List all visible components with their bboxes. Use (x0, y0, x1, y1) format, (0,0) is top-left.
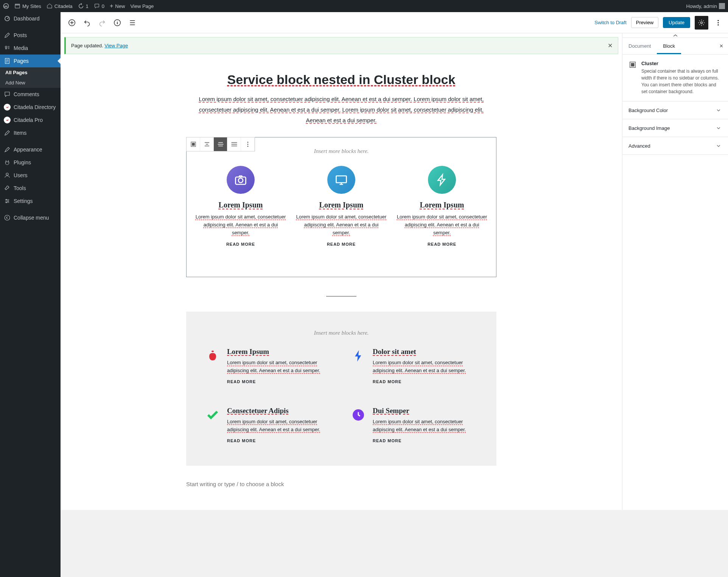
read-more-link[interactable]: READ MORE (194, 242, 287, 246)
read-more-link[interactable]: READ MORE (373, 379, 478, 384)
page-intro[interactable]: Lorem ipsum dolor sit amet, consectetuer… (194, 94, 489, 126)
tab-document[interactable]: Document (622, 38, 657, 54)
sidebar-item-media[interactable]: Media (0, 42, 61, 55)
howdy-user[interactable]: Howdy, admin (686, 3, 725, 9)
read-more-link[interactable]: READ MORE (373, 438, 478, 443)
editor-toolbar: Switch to Draft Preview Update (61, 12, 728, 33)
view-page-link[interactable]: View Page (130, 3, 154, 9)
settings-gear-button[interactable] (695, 16, 708, 30)
info-button[interactable] (110, 16, 124, 30)
page-title[interactable]: Service block nested in Cluster block (186, 72, 496, 87)
new-content[interactable]: +New (110, 3, 125, 9)
svg-point-7 (6, 202, 7, 203)
sidebar-item-items[interactable]: Items (0, 126, 61, 139)
block-info: Cluster Special container that is always… (622, 55, 728, 101)
sidebar-item-settings[interactable]: Settings (0, 195, 61, 207)
section-advanced[interactable]: Advanced (622, 137, 728, 155)
service-block[interactable]: Lorem Ipsum Lorem ipsum dolor sit amet, … (395, 166, 488, 246)
service-block[interactable]: Lorem Ipsum Lorem ipsum dolor sit amet, … (194, 166, 287, 246)
editor-canvas[interactable]: Page updated. View Page ✕ Service block … (61, 33, 622, 510)
svg-point-21 (238, 178, 243, 183)
svg-point-23 (212, 351, 214, 352)
service-block[interactable]: Lorem Ipsum Lorem ipsum dolor sit amet, … (295, 166, 388, 246)
svg-point-11 (701, 22, 703, 23)
service-block[interactable]: Consectetuer Adipis Lorem ipsum dolor si… (205, 407, 332, 443)
sidebar-item-comments[interactable]: Comments (0, 88, 61, 101)
update-button[interactable]: Update (663, 17, 690, 28)
service-block[interactable]: Dui Semper Lorem ipsum dolor sit amet, c… (351, 407, 478, 443)
svg-rect-22 (336, 176, 347, 183)
svg-point-2 (5, 46, 7, 48)
default-block-appender[interactable]: Start writing or type / to choose a bloc… (186, 481, 496, 487)
updates[interactable]: 1 (78, 3, 89, 9)
align-none-button[interactable] (200, 137, 214, 151)
block-type-button[interactable] (187, 137, 200, 151)
panel-collapse[interactable] (622, 33, 728, 38)
apple-icon (205, 348, 220, 363)
block-more-button[interactable] (241, 137, 255, 151)
read-more-link[interactable]: READ MORE (395, 242, 488, 246)
dismiss-notice[interactable]: ✕ (608, 42, 613, 49)
sidebar-item-dashboard[interactable]: Dashboard (0, 12, 61, 25)
sidebar-item-collapse[interactable]: Collapse menu (0, 211, 61, 224)
sidebar-sub-all-pages[interactable]: All Pages (0, 67, 61, 78)
add-block-button[interactable] (65, 16, 79, 30)
sidebar-item-pages[interactable]: Pages (0, 55, 61, 67)
bolt-icon (351, 348, 366, 363)
cluster-block-grey[interactable]: Insert more blocks here. Lorem Ipsum Lor… (186, 312, 496, 465)
admin-sidebar: Dashboard Posts Media Pages All Pages Ad… (0, 12, 61, 510)
service-block[interactable]: Lorem Ipsum Lorem ipsum dolor sit amet, … (205, 348, 332, 384)
monitor-icon (327, 166, 355, 194)
view-page-notice-link[interactable]: View Page (104, 43, 128, 48)
align-full-button[interactable] (227, 137, 241, 151)
sidebar-item-citadela-pro[interactable]: Citadela Pro (0, 114, 61, 126)
svg-point-8 (5, 215, 10, 220)
undo-button[interactable] (80, 16, 94, 30)
svg-rect-26 (631, 63, 634, 66)
svg-point-4 (6, 173, 8, 175)
update-notice: Page updated. View Page ✕ (64, 37, 618, 54)
cluster-block-selected[interactable]: Insert more blocks here. Lorem Ipsum Lor… (186, 137, 496, 277)
section-bg-image[interactable]: Background Image (622, 119, 728, 137)
sidebar-item-appearance[interactable]: Appearance (0, 143, 61, 156)
preview-button[interactable]: Preview (631, 17, 658, 28)
close-panel[interactable]: ✕ (715, 38, 728, 54)
sidebar-item-citadela-directory[interactable]: Citadela Directory (0, 101, 61, 114)
sidebar-sub-add-new[interactable]: Add New (0, 78, 61, 88)
redo-button[interactable] (95, 16, 109, 30)
align-wide-button[interactable] (214, 137, 227, 151)
svg-point-19 (247, 146, 248, 147)
admin-bar: My Sites Citadela 1 0 +New View Page How… (0, 0, 728, 12)
more-menu-button[interactable] (713, 16, 723, 30)
sidebar-item-users[interactable]: Users (0, 169, 61, 182)
switch-to-draft-link[interactable]: Switch to Draft (594, 20, 627, 25)
cluster-icon (628, 61, 637, 69)
read-more-link[interactable]: READ MORE (295, 242, 388, 246)
separator[interactable] (326, 296, 356, 296)
block-toolbar (186, 137, 255, 151)
my-sites[interactable]: My Sites (14, 3, 41, 9)
sidebar-item-posts[interactable]: Posts (0, 29, 61, 42)
sidebar-item-tools[interactable]: Tools (0, 182, 61, 195)
insert-placeholder[interactable]: Insert more blocks here. (198, 330, 485, 336)
svg-point-12 (718, 20, 719, 21)
svg-point-17 (247, 142, 248, 143)
read-more-link[interactable]: READ MORE (227, 438, 332, 443)
bolt-icon (428, 166, 456, 194)
outline-button[interactable] (126, 16, 139, 30)
settings-panel: Document Block ✕ Cluster Special contain… (622, 33, 728, 510)
camera-icon (227, 166, 255, 194)
site-name[interactable]: Citadela (47, 3, 73, 9)
tab-block[interactable]: Block (657, 38, 681, 54)
svg-point-5 (6, 199, 7, 200)
service-block[interactable]: Dolor sit amet Lorem ipsum dolor sit ame… (351, 348, 478, 384)
check-icon (205, 407, 220, 422)
section-bg-color[interactable]: Background Color (622, 101, 728, 119)
comments-count[interactable]: 0 (94, 3, 104, 9)
avatar (719, 3, 725, 9)
sidebar-item-plugins[interactable]: Plugins (0, 156, 61, 169)
read-more-link[interactable]: READ MORE (227, 379, 332, 384)
svg-point-6 (8, 201, 9, 202)
wp-logo[interactable] (3, 3, 9, 9)
svg-point-14 (718, 24, 719, 25)
